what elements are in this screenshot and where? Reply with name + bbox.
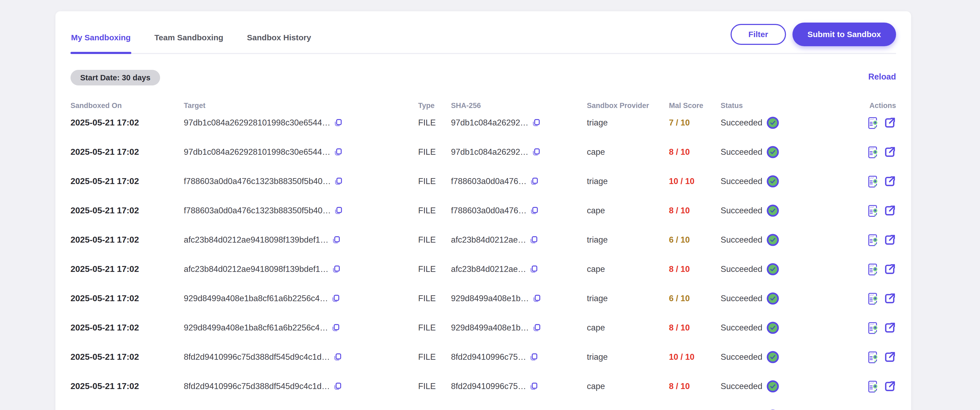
target-cell: 97db1c084a262928101998c30e6544… xyxy=(184,147,418,157)
copy-icon[interactable] xyxy=(334,353,342,361)
filter-button[interactable]: Filter xyxy=(730,24,786,45)
copy-icon[interactable] xyxy=(530,236,538,244)
mal-score: 8 / 10 xyxy=(669,147,721,157)
status-cell: Succeeded xyxy=(721,175,858,188)
status-cell: Succeeded xyxy=(721,351,858,363)
copy-icon[interactable] xyxy=(334,207,342,215)
sha256-value: 8fd2d9410996c75… xyxy=(451,382,526,391)
target-value: 929d8499a408e1ba8cf61a6b2256c4… xyxy=(184,294,328,303)
download-report-icon[interactable] xyxy=(867,263,879,275)
sha256-cell: 97db1c084a26292… xyxy=(451,118,587,128)
download-report-icon[interactable] xyxy=(867,321,879,334)
tab-sandbox-history[interactable]: Sandbox History xyxy=(247,11,312,53)
table-row: 2025-05-21 17:02 97db1c084a262928101998c… xyxy=(70,108,896,137)
toolbar: Filter Submit to Sandbox xyxy=(730,22,896,46)
actions-cell xyxy=(858,175,896,188)
success-check-icon xyxy=(767,263,779,275)
copy-icon[interactable] xyxy=(332,294,340,302)
copy-icon[interactable] xyxy=(332,265,340,273)
submit-to-sandbox-button[interactable]: Submit to Sandbox xyxy=(792,22,896,46)
sandboxed-on: 2025-05-21 17:02 xyxy=(70,381,184,391)
provider-value: triage xyxy=(587,118,669,128)
copy-icon[interactable] xyxy=(530,382,538,390)
tab-team-sandboxing[interactable]: Team Sandboxing xyxy=(154,11,224,53)
mal-score: 8 / 10 xyxy=(669,323,721,332)
status-cell: Succeeded xyxy=(721,234,858,246)
sha256-value: f788603a0d0a476… xyxy=(451,177,527,186)
sandboxed-on: 2025-05-21 17:02 xyxy=(70,352,184,362)
status-label: Succeeded xyxy=(721,382,762,391)
sha256-cell: 929d8499a408e1b… xyxy=(451,323,587,332)
open-external-icon[interactable] xyxy=(884,117,896,129)
copy-icon[interactable] xyxy=(334,177,342,185)
open-external-icon[interactable] xyxy=(884,146,896,158)
type-value: FILE xyxy=(418,118,451,128)
type-value: FILE xyxy=(418,235,451,245)
sha256-value: f788603a0d0a476… xyxy=(451,206,527,215)
sandboxed-on: 2025-05-21 17:02 xyxy=(70,235,184,245)
sandboxed-on: 2025-05-21 17:02 xyxy=(70,118,184,128)
download-report-icon[interactable] xyxy=(867,292,879,305)
download-report-icon[interactable] xyxy=(867,204,879,217)
copy-icon[interactable] xyxy=(530,207,538,215)
copy-icon[interactable] xyxy=(530,177,538,185)
open-external-icon[interactable] xyxy=(884,263,896,275)
type-value: FILE xyxy=(418,294,451,303)
target-value: 8fd2d9410996c75d388df545d9c4c1d… xyxy=(184,382,330,391)
table-body: 2025-05-21 17:02 97db1c084a262928101998c… xyxy=(70,108,896,410)
download-report-icon[interactable] xyxy=(867,175,879,188)
download-report-icon[interactable] xyxy=(867,117,879,129)
status-cell: Succeeded xyxy=(721,380,858,393)
provider-value: triage xyxy=(587,294,669,303)
sha256-cell: 97db1c084a26292… xyxy=(451,147,587,157)
open-external-icon[interactable] xyxy=(884,351,896,363)
status-cell: Succeeded xyxy=(721,146,858,158)
status-label: Succeeded xyxy=(721,177,762,186)
type-value: FILE xyxy=(418,382,451,391)
reload-link[interactable]: Reload xyxy=(868,72,896,82)
actions-cell xyxy=(858,146,896,158)
target-cell: f788603a0d0a476c1323b88350f5b40… xyxy=(184,177,418,186)
sha256-cell: f788603a0d0a476… xyxy=(451,177,587,186)
download-report-icon[interactable] xyxy=(867,380,879,393)
sha256-cell: afc23b84d0212ae… xyxy=(451,235,587,245)
copy-icon[interactable] xyxy=(332,324,340,332)
table-row: 2025-05-21 17:02 afc23b84d0212ae9418098f… xyxy=(70,225,896,255)
status-label: Succeeded xyxy=(721,118,762,128)
actions-cell xyxy=(858,321,896,334)
mal-score: 6 / 10 xyxy=(669,294,721,303)
copy-icon[interactable] xyxy=(532,148,540,156)
open-external-icon[interactable] xyxy=(884,292,896,305)
success-check-icon xyxy=(767,204,779,217)
target-cell: f788603a0d0a476c1323b88350f5b40… xyxy=(184,206,418,215)
open-external-icon[interactable] xyxy=(884,204,896,217)
open-external-icon[interactable] xyxy=(884,380,896,393)
tab-my-sandboxing[interactable]: My Sandboxing xyxy=(70,11,131,53)
status-label: Succeeded xyxy=(721,352,762,362)
provider-value: triage xyxy=(587,177,669,186)
open-external-icon[interactable] xyxy=(884,234,896,246)
copy-icon[interactable] xyxy=(532,119,540,127)
table-row: 2025-05-21 17:02 9e75c2b1013c6f1d89c4c9c… xyxy=(70,401,896,410)
copy-icon[interactable] xyxy=(533,294,541,302)
sandboxed-on: 2025-05-21 17:02 xyxy=(70,293,184,303)
status-cell: Succeeded xyxy=(721,263,858,275)
success-check-icon xyxy=(767,175,779,188)
download-report-icon[interactable] xyxy=(867,234,879,246)
copy-icon[interactable] xyxy=(530,265,538,273)
copy-icon[interactable] xyxy=(334,382,342,390)
copy-icon[interactable] xyxy=(334,119,342,127)
copy-icon[interactable] xyxy=(533,324,541,332)
type-value: FILE xyxy=(418,352,451,362)
actions-cell xyxy=(858,263,896,275)
download-report-icon[interactable] xyxy=(867,351,879,363)
sandboxed-on: 2025-05-21 17:02 xyxy=(70,206,184,215)
status-label: Succeeded xyxy=(721,323,762,332)
download-report-icon[interactable] xyxy=(867,146,879,158)
open-external-icon[interactable] xyxy=(884,175,896,188)
copy-icon[interactable] xyxy=(332,236,340,244)
copy-icon[interactable] xyxy=(334,148,342,156)
open-external-icon[interactable] xyxy=(884,321,896,334)
copy-icon[interactable] xyxy=(530,353,538,361)
start-date-chip[interactable]: Start Date: 30 days xyxy=(70,70,160,85)
